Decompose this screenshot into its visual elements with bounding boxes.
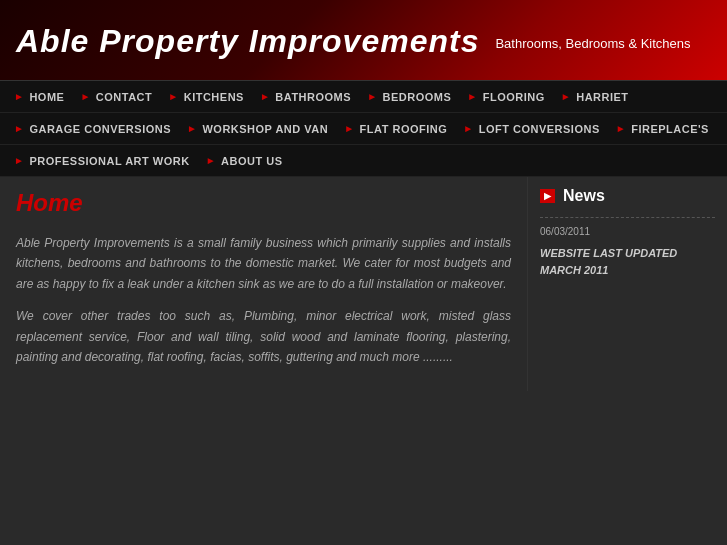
nav-arrow-icon: ►: [344, 123, 354, 134]
nav-bathrooms[interactable]: ►BATHROOMS: [252, 85, 359, 109]
nav-arrow-icon: ►: [367, 91, 377, 102]
content-area: Home Able Property Improvements is a sma…: [0, 177, 727, 391]
sidebar: ▶ News 06/03/2011 WEBSITE LAST UPDATEDMA…: [527, 177, 727, 391]
nav-arrow-icon: ►: [463, 123, 473, 134]
nav-professional-art[interactable]: ►PROFESSIONAL ART WORK: [6, 149, 198, 173]
navigation: ►HOME ►CONTACT ►KITCHENS ►BATHROOMS ►BED…: [0, 80, 727, 177]
nav-fireplaces[interactable]: ►FIREPLACE'S: [608, 117, 717, 141]
paragraph-1: Able Property Improvements is a small fa…: [16, 233, 511, 294]
nav-bedrooms[interactable]: ►BEDROOMS: [359, 85, 459, 109]
nav-kitchens[interactable]: ►KITCHENS: [160, 85, 252, 109]
site-subtitle: Bathrooms, Bedrooms & Kitchens: [495, 36, 690, 51]
nav-loft-conversions[interactable]: ►LOFT CONVERSIONS: [455, 117, 607, 141]
nav-flat-roofing[interactable]: ►FLAT ROOFING: [336, 117, 455, 141]
nav-arrow-icon: ►: [80, 91, 90, 102]
nav-arrow-icon: ►: [616, 123, 626, 134]
nav-arrow-icon: ►: [260, 91, 270, 102]
nav-home[interactable]: ►HOME: [6, 85, 72, 109]
nav-arrow-icon: ►: [206, 155, 216, 166]
nav-row-1: ►HOME ►CONTACT ►KITCHENS ►BATHROOMS ►BED…: [0, 81, 727, 113]
paragraph-2: We cover other trades too such as, Plumb…: [16, 306, 511, 367]
news-divider: [540, 217, 715, 218]
body-text: Able Property Improvements is a small fa…: [16, 233, 511, 367]
nav-about-us[interactable]: ►ABOUT US: [198, 149, 291, 173]
nav-row-3: ►PROFESSIONAL ART WORK ►ABOUT US: [0, 145, 727, 177]
nav-flooring[interactable]: ►FLOORING: [459, 85, 552, 109]
nav-arrow-icon: ►: [561, 91, 571, 102]
nav-arrow-icon: ►: [14, 91, 24, 102]
page-title: Home: [16, 189, 511, 217]
nav-arrow-icon: ►: [187, 123, 197, 134]
news-body: WEBSITE LAST UPDATEDMARCH 2011: [540, 245, 715, 278]
news-header: ▶ News: [540, 187, 715, 209]
news-title: News: [563, 187, 605, 205]
nav-contact[interactable]: ►CONTACT: [72, 85, 160, 109]
nav-arrow-icon: ►: [467, 91, 477, 102]
site-header: Able Property Improvements Bathrooms, Be…: [0, 0, 727, 80]
news-icon: ▶: [540, 189, 555, 203]
nav-arrow-icon: ►: [14, 155, 24, 166]
news-date: 06/03/2011: [540, 226, 715, 237]
nav-harriet[interactable]: ►HARRIET: [553, 85, 637, 109]
site-title: Able Property Improvements: [16, 23, 479, 60]
main-content: Home Able Property Improvements is a sma…: [0, 177, 527, 391]
nav-workshop-van[interactable]: ►WORKSHOP AND VAN: [179, 117, 336, 141]
nav-garage-conversions[interactable]: ►GARAGE CONVERSIONS: [6, 117, 179, 141]
nav-arrow-icon: ►: [168, 91, 178, 102]
nav-row-2: ►GARAGE CONVERSIONS ►WORKSHOP AND VAN ►F…: [0, 113, 727, 145]
nav-arrow-icon: ►: [14, 123, 24, 134]
